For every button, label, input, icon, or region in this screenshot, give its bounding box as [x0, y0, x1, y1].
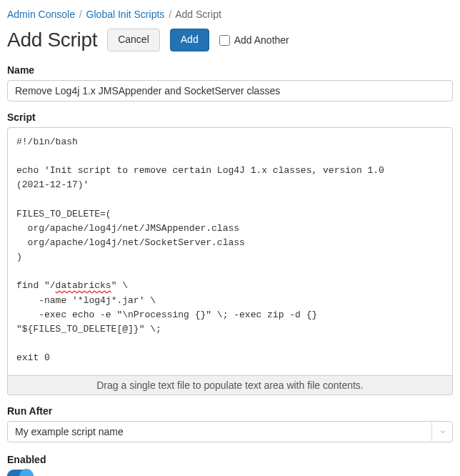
breadcrumb-sep: /	[169, 9, 171, 20]
breadcrumb-current: Add Script	[175, 9, 221, 20]
breadcrumb-admin[interactable]: Admin Console	[7, 9, 75, 20]
page-title: Add Script	[7, 29, 97, 51]
breadcrumb: Admin Console / Global Init Scripts / Ad…	[7, 9, 453, 20]
breadcrumb-sep: /	[79, 9, 82, 20]
script-label: Script	[7, 111, 453, 123]
cancel-button[interactable]: Cancel	[107, 29, 160, 51]
run-after-label: Run After	[7, 405, 453, 417]
page-header: Add Script Cancel Add Add Another	[7, 29, 453, 51]
name-input[interactable]	[7, 80, 453, 101]
run-after-select[interactable]: My example script name	[7, 421, 453, 442]
add-another-label[interactable]: Add Another	[219, 34, 289, 46]
script-textarea[interactable]: #!/bin/bash echo 'Init script to remove …	[7, 127, 453, 376]
add-button[interactable]: Add	[170, 29, 209, 51]
enabled-label: Enabled	[7, 454, 453, 465]
run-after-select-wrap: My example script name	[7, 421, 453, 442]
breadcrumb-global[interactable]: Global Init Scripts	[86, 9, 165, 20]
toggle-handle	[19, 469, 34, 476]
name-label: Name	[7, 64, 453, 76]
add-another-text: Add Another	[234, 34, 289, 46]
add-another-checkbox[interactable]	[219, 35, 230, 46]
spell-error: databricks	[56, 280, 111, 291]
script-dropzone[interactable]: Drag a single text file to populate text…	[7, 376, 453, 395]
enabled-toggle[interactable]	[7, 470, 31, 476]
